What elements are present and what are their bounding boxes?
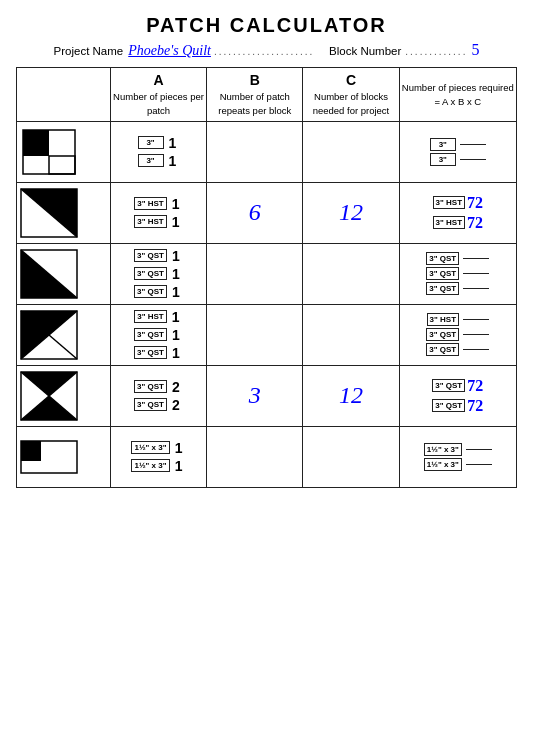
col-b-cell-2 — [207, 243, 303, 304]
project-name: Phoebe's Quilt — [128, 43, 211, 59]
col-b-cell-3 — [207, 304, 303, 365]
col-a-cell-0: 3"13"1 — [110, 121, 206, 182]
col-req-cell-5: 1½" x 3"1½" x 3" — [399, 426, 516, 487]
table-row: 3" QST23" QST23123" QST723" QST72 — [17, 365, 517, 426]
page: PATCH CALCULATOR Project Name Phoebe's Q… — [0, 0, 533, 754]
patch-cell-1 — [17, 182, 111, 243]
svg-rect-1 — [49, 156, 75, 174]
col-req-cell-3: 3" HST3" QST3" QST — [399, 304, 516, 365]
col-b-cell-4: 3 — [207, 365, 303, 426]
patch-cell-5 — [17, 426, 111, 487]
col-b-cell-5 — [207, 426, 303, 487]
col-req-cell-4: 3" QST723" QST72 — [399, 365, 516, 426]
table-row: 3"13"13"3" — [17, 121, 517, 182]
svg-rect-0 — [23, 130, 49, 156]
page-title: PATCH CALCULATOR — [16, 14, 517, 37]
patch-cell-0 — [17, 121, 111, 182]
patch-cell-2 — [17, 243, 111, 304]
project-line: Project Name Phoebe's Quilt ............… — [16, 41, 517, 59]
col-b-cell-0 — [207, 121, 303, 182]
project-dots: ..................... — [214, 46, 319, 57]
col-c-cell-3 — [303, 304, 399, 365]
table-row: 3" HST13" QST13" QST13" HST3" QST3" QST — [17, 304, 517, 365]
block-number-value: 5 — [471, 41, 479, 59]
table-row: 3" QST13" QST13" QST13" QST3" QST3" QST — [17, 243, 517, 304]
col-c-cell-4: 12 — [303, 365, 399, 426]
col-req-cell-0: 3"3" — [399, 121, 516, 182]
table-row: 1½" x 3"11½" x 3"11½" x 3"1½" x 3" — [17, 426, 517, 487]
patch-cell-4 — [17, 365, 111, 426]
col-a-cell-2: 3" QST13" QST13" QST1 — [110, 243, 206, 304]
col-req-cell-2: 3" QST3" QST3" QST — [399, 243, 516, 304]
col-a-header: A Number of pieces per patch — [110, 68, 206, 122]
calculator-table: A Number of pieces per patch B Number of… — [16, 67, 517, 488]
col-a-cell-1: 3" HST13" HST1 — [110, 182, 206, 243]
patch-header — [17, 68, 111, 122]
col-a-cell-3: 3" HST13" QST13" QST1 — [110, 304, 206, 365]
col-req-header: Number of pieces required = A x B x C — [399, 68, 516, 122]
col-c-cell-0 — [303, 121, 399, 182]
col-a-cell-4: 3" QST23" QST2 — [110, 365, 206, 426]
col-c-cell-1: 12 — [303, 182, 399, 243]
col-c-cell-2 — [303, 243, 399, 304]
col-req-cell-1: 3" HST723" HST72 — [399, 182, 516, 243]
col-c-header: C Number of blocks needed for project — [303, 68, 399, 122]
col-a-cell-5: 1½" x 3"11½" x 3"1 — [110, 426, 206, 487]
col-c-cell-5 — [303, 426, 399, 487]
project-label: Project Name — [54, 45, 124, 57]
col-b-cell-1: 6 — [207, 182, 303, 243]
block-number-label: Block Number — [329, 45, 401, 57]
block-dots: ............. — [405, 46, 467, 57]
svg-rect-19 — [21, 441, 41, 461]
col-b-header: B Number of patch repeats per block — [207, 68, 303, 122]
patch-cell-3 — [17, 304, 111, 365]
table-row: 3" HST13" HST16123" HST723" HST72 — [17, 182, 517, 243]
